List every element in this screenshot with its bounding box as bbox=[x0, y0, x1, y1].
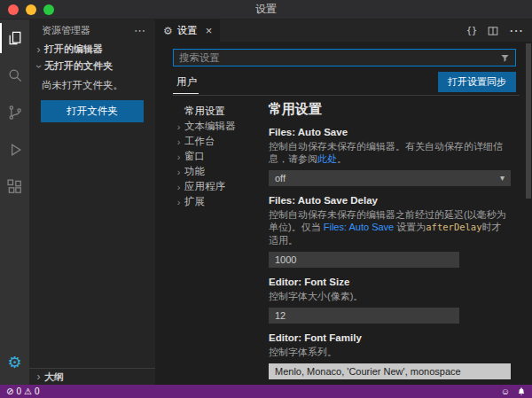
setting-description: 控制自动保存未保存的编辑器。有关自动保存的详细信息，请参阅此处。 bbox=[269, 140, 511, 166]
tab-bar: ⚙ 设置 × {} ⋯ bbox=[155, 20, 532, 42]
no-folder-section[interactable]: › 无打开的文件夹 bbox=[29, 58, 155, 74]
setting-description: 控制字体系列。 bbox=[269, 346, 511, 358]
desc-text: 控制自动保存未保存的编辑器。有关自动保存的详细信息，请参阅 bbox=[269, 141, 503, 164]
setting-title: Files: Auto Save bbox=[269, 127, 511, 137]
setting-description: 控制字体大小(像素)。 bbox=[269, 290, 511, 302]
setting-link[interactable]: 此处 bbox=[317, 153, 337, 164]
toc-item-commonly-used[interactable]: 常用设置 bbox=[173, 104, 263, 119]
activity-bar: ⚙ bbox=[0, 20, 29, 385]
settings-toc: 常用设置›文本编辑器›工作台›窗口›功能›应用程序›扩展 bbox=[173, 101, 263, 385]
toc-item-label: 常用设置 bbox=[184, 105, 225, 118]
setting-select[interactable]: off▾ bbox=[269, 170, 511, 186]
toc-item-label: 扩展 bbox=[184, 195, 205, 208]
manage-gear-icon[interactable]: ⚙ bbox=[0, 344, 29, 381]
sidebar-title: 资源管理器 bbox=[42, 24, 90, 37]
toc-item-label: 功能 bbox=[184, 165, 205, 178]
toc-item-label: 文本编辑器 bbox=[184, 120, 236, 133]
setting-item: Editor: Font Family控制字体系列。 bbox=[269, 332, 511, 379]
toc-item-application[interactable]: ›应用程序 bbox=[173, 179, 263, 194]
toc-item-label: 工作台 bbox=[184, 135, 215, 148]
chevron-right-icon: › bbox=[173, 167, 184, 177]
chevron-right-icon: › bbox=[173, 182, 184, 192]
error-icon: ⊘ bbox=[6, 386, 13, 396]
error-count: 0 bbox=[16, 386, 21, 396]
settings-list: Files: Auto Save控制自动保存未保存的编辑器。有关自动保存的详细信… bbox=[269, 127, 511, 385]
close-tab-icon[interactable]: × bbox=[206, 24, 213, 37]
filter-icon[interactable] bbox=[495, 53, 515, 63]
tab-user-settings[interactable]: 用户 bbox=[173, 75, 199, 94]
gear-glyph: ⚙ bbox=[7, 355, 21, 371]
files-icon[interactable] bbox=[0, 20, 29, 57]
workbench: ⚙ 资源管理器 ⋯ › 打开的编辑器 › 无打开的文件夹 尚未打开文件夹。 打开… bbox=[0, 20, 532, 385]
open-folder-button[interactable]: 打开文件夹 bbox=[41, 100, 144, 122]
chevron-right-icon: › bbox=[33, 43, 44, 56]
select-value: off bbox=[275, 173, 286, 183]
toc-item-window[interactable]: ›窗口 bbox=[173, 149, 263, 164]
more-actions-icon[interactable]: ⋯ bbox=[134, 24, 146, 37]
setting-title: Files: Auto Save Delay bbox=[269, 195, 511, 206]
tab-label: 设置 bbox=[177, 24, 198, 37]
run-debug-icon[interactable] bbox=[0, 131, 29, 168]
feedback-smiley-icon[interactable]: ☺ bbox=[501, 386, 510, 396]
warning-icon: ⚠ bbox=[24, 386, 32, 396]
window-title: 设置 bbox=[255, 2, 277, 17]
open-settings-json-icon[interactable]: {} bbox=[466, 26, 477, 35]
desc-text: 控制字体大小(像素)。 bbox=[269, 291, 363, 301]
no-folder-label: 无打开的文件夹 bbox=[44, 59, 113, 73]
chevron-right-icon: › bbox=[173, 197, 184, 207]
minimize-window-button[interactable] bbox=[26, 4, 36, 15]
setting-description: 控制自动保存未保存的编辑器之前经过的延迟(以毫秒为单位)。仅当 Files: A… bbox=[269, 208, 511, 246]
setting-item: Editor: Font Size控制字体大小(像素)。 bbox=[269, 277, 511, 324]
maximize-window-button[interactable] bbox=[43, 4, 54, 15]
settings-body: 常用设置›文本编辑器›工作台›窗口›功能›应用程序›扩展 常用设置 Files:… bbox=[173, 101, 520, 385]
settings-search bbox=[173, 49, 516, 66]
settings-heading: 常用设置 bbox=[269, 101, 511, 118]
split-editor-icon[interactable] bbox=[488, 26, 498, 36]
chevron-right-icon: › bbox=[173, 152, 184, 162]
setting-title: Editor: Font Size bbox=[269, 277, 511, 287]
toc-item-label: 应用程序 bbox=[184, 180, 225, 193]
notifications-bell-icon[interactable] bbox=[517, 386, 526, 396]
close-window-button[interactable] bbox=[8, 4, 19, 15]
settings-sync-button[interactable]: 打开设置同步 bbox=[438, 72, 516, 92]
setting-input[interactable] bbox=[269, 252, 459, 268]
problems-indicator[interactable]: ⊘ 0 ⚠ 0 bbox=[6, 386, 39, 396]
chevron-right-icon: › bbox=[173, 137, 184, 147]
editor-actions: {} ⋯ bbox=[458, 20, 532, 42]
vscode-window: 设置 bbox=[0, 0, 532, 398]
setting-input[interactable] bbox=[269, 308, 459, 324]
chevron-down-icon: ▾ bbox=[500, 173, 505, 183]
settings-search-input[interactable] bbox=[174, 52, 495, 63]
toc-item-features[interactable]: ›功能 bbox=[173, 164, 263, 179]
sidebar-explorer: 资源管理器 ⋯ › 打开的编辑器 › 无打开的文件夹 尚未打开文件夹。 打开文件… bbox=[29, 20, 155, 385]
more-actions-icon[interactable]: ⋯ bbox=[509, 22, 523, 39]
title-bar: 设置 bbox=[0, 0, 532, 20]
sidebar-header: 资源管理器 ⋯ bbox=[29, 20, 155, 41]
setting-link[interactable]: Files: Auto Save bbox=[324, 222, 395, 232]
status-bar-right: ☺ bbox=[501, 386, 526, 396]
settings-scope-bar: 用户 打开设置同步 bbox=[173, 73, 520, 96]
source-control-icon[interactable] bbox=[0, 94, 29, 131]
tab-settings[interactable]: ⚙ 设置 × bbox=[155, 20, 220, 42]
scrollbar-thumb[interactable] bbox=[526, 43, 531, 199]
setting-item: Files: Auto Save控制自动保存未保存的编辑器。有关自动保存的详细信… bbox=[269, 127, 511, 186]
scrollbar[interactable] bbox=[525, 42, 532, 385]
window-controls bbox=[8, 4, 54, 15]
desc-text: 。 bbox=[337, 153, 347, 164]
toc-item-text-editor[interactable]: ›文本编辑器 bbox=[173, 119, 263, 134]
desc-text: 设置为 bbox=[394, 222, 426, 232]
settings-gear-icon: ⚙ bbox=[163, 25, 173, 37]
chevron-down-icon: › bbox=[33, 60, 45, 72]
extensions-icon[interactable] bbox=[0, 168, 29, 206]
toc-item-extensions[interactable]: ›扩展 bbox=[173, 194, 263, 209]
open-editors-label: 打开的编辑器 bbox=[44, 43, 103, 56]
toc-item-workbench[interactable]: ›工作台 bbox=[173, 134, 263, 149]
outline-section[interactable]: › 大纲 bbox=[29, 368, 155, 385]
outline-label: 大纲 bbox=[44, 371, 64, 384]
warning-count: 0 bbox=[35, 386, 40, 396]
chevron-right-icon: › bbox=[173, 121, 184, 132]
setting-item: Files: Auto Save Delay控制自动保存未保存的编辑器之前经过的… bbox=[269, 195, 511, 268]
search-icon[interactable] bbox=[0, 57, 29, 94]
setting-input[interactable] bbox=[269, 363, 511, 379]
open-editors-section[interactable]: › 打开的编辑器 bbox=[29, 41, 155, 58]
